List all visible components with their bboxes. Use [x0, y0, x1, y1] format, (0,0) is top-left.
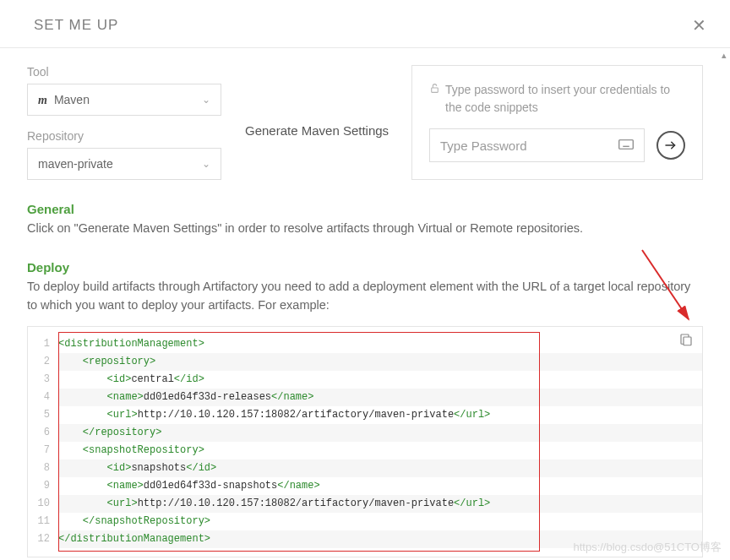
- tool-and-repo: Tool mMaven ⌄ Repository maven-private ⌄: [27, 65, 221, 180]
- code-line: 8 <id>snapshots</id>: [28, 459, 702, 477]
- tool-value: mMaven: [38, 93, 90, 107]
- code-line: 5 <url>http://10.10.120.157:18082/artifa…: [28, 406, 702, 424]
- tool-select[interactable]: mMaven ⌄: [27, 84, 221, 116]
- deploy-heading: Deploy: [27, 260, 703, 275]
- watermark-text: https://blog.csdo@51CTO博客: [573, 540, 722, 555]
- svg-rect-1: [619, 140, 634, 150]
- code-line: 7 <snapshotRepository>: [28, 442, 702, 459]
- generate-maven-settings-button[interactable]: Generate Maven Settings: [245, 123, 389, 138]
- code-line: 6 </repository>: [28, 424, 702, 442]
- maven-icon: m: [38, 94, 47, 106]
- code-line: 3 <id>central</id>: [28, 371, 702, 389]
- password-input[interactable]: [440, 139, 618, 153]
- svg-rect-0: [432, 88, 439, 92]
- svg-rect-8: [684, 337, 691, 345]
- chevron-down-icon: ⌄: [202, 158, 210, 170]
- code-line: 2 <repository>: [28, 353, 702, 371]
- code-listing: 1<distributionManagement>2 <repository>3…: [28, 335, 702, 548]
- tool-field: Tool mMaven ⌄: [27, 65, 221, 116]
- code-snippet-panel: 1<distributionManagement>2 <repository>3…: [27, 326, 703, 557]
- top-row: Tool mMaven ⌄ Repository maven-private ⌄…: [27, 65, 703, 180]
- lock-icon: [429, 81, 440, 117]
- password-panel: Type password to insert your credentials…: [411, 65, 703, 180]
- code-line: 11 </snapshotRepository>: [28, 513, 702, 530]
- copy-icon[interactable]: [678, 332, 694, 350]
- left-column: Tool mMaven ⌄ Repository maven-private ⌄…: [27, 65, 391, 180]
- scroll-up-icon[interactable]: ▴: [720, 49, 728, 61]
- submit-password-button[interactable]: [656, 131, 685, 160]
- general-text: Click on "Generate Maven Settings" in or…: [27, 220, 703, 238]
- dialog-header: SET ME UP ✕: [0, 0, 730, 48]
- deploy-text: To deploy build artifacts through Artifa…: [27, 278, 703, 315]
- close-icon[interactable]: ✕: [692, 15, 706, 35]
- general-heading: General: [27, 202, 703, 216]
- repository-label: Repository: [27, 129, 221, 143]
- dialog-title: SET ME UP: [34, 17, 118, 34]
- keyboard-icon[interactable]: [618, 139, 634, 152]
- password-hint: Type password to insert your credentials…: [429, 81, 685, 117]
- chevron-down-icon: ⌄: [202, 94, 210, 106]
- repository-field: Repository maven-private ⌄: [27, 129, 221, 180]
- code-line: 1<distributionManagement>: [28, 335, 702, 353]
- password-hint-text: Type password to insert your credentials…: [445, 81, 685, 117]
- tool-label: Tool: [27, 65, 221, 79]
- password-input-wrapper: [429, 128, 645, 162]
- dialog-content: Tool mMaven ⌄ Repository maven-private ⌄…: [0, 48, 730, 557]
- repository-value: maven-private: [38, 157, 113, 171]
- repository-select[interactable]: maven-private ⌄: [27, 148, 221, 180]
- code-line: 4 <name>dd01ed64f33d-releases</name>: [28, 389, 702, 406]
- code-line: 9 <name>dd01ed64f33d-snapshots</name>: [28, 477, 702, 495]
- password-row: [429, 128, 685, 162]
- code-line: 10 <url>http://10.10.120.157:18082/artif…: [28, 495, 702, 513]
